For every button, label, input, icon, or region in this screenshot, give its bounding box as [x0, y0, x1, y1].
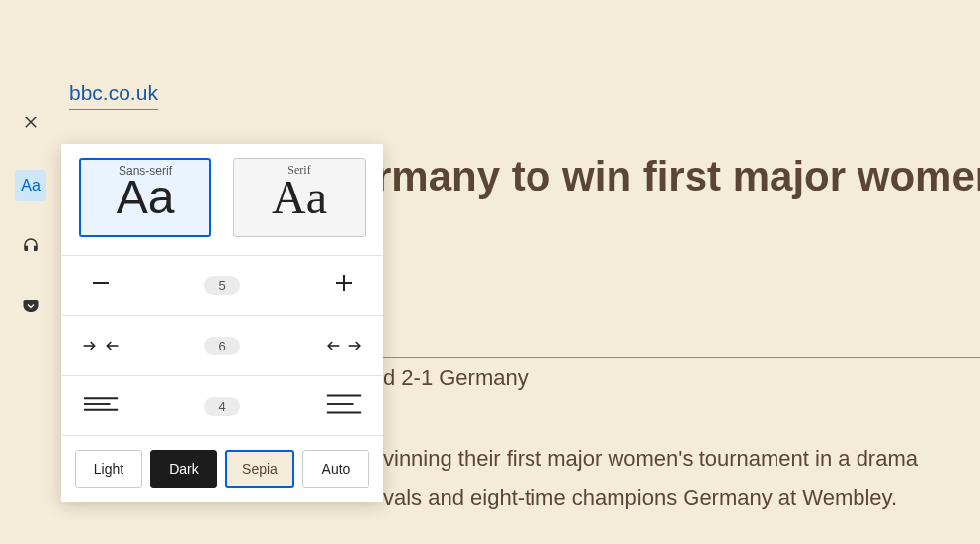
content-width-value: 6	[204, 337, 239, 355]
divider	[383, 357, 980, 358]
article-body: vinning their first major women's tourna…	[383, 440, 918, 516]
font-sample: Aa	[272, 174, 327, 221]
font-family-row: Sans-serif Aa Serif Aa	[61, 144, 383, 256]
line-height-row: 4	[61, 376, 383, 436]
tight-line-height-icon	[82, 392, 120, 420]
type-controls-button[interactable]: Aa	[15, 170, 46, 201]
reader-toolbar: Aa	[15, 109, 46, 324]
line-height-value: 4	[204, 397, 239, 416]
pocket-icon	[22, 297, 40, 319]
font-sample: Aa	[117, 174, 175, 221]
widen-width-icon	[325, 334, 363, 357]
increase-line-height-button[interactable]	[322, 388, 366, 424]
site-domain-link[interactable]: bbc.co.uk	[69, 81, 158, 110]
theme-light-button[interactable]: Light	[75, 450, 142, 488]
close-icon	[22, 114, 40, 135]
plus-icon	[325, 272, 363, 299]
decrease-width-button[interactable]	[79, 328, 122, 363]
font-serif-option[interactable]: Serif Aa	[233, 158, 366, 237]
loose-line-height-icon	[325, 392, 363, 420]
font-sans-serif-option[interactable]: Sans-serif Aa	[79, 158, 211, 237]
headphones-icon	[22, 236, 40, 258]
body-line-1: vinning their first major women's tourna…	[383, 440, 918, 479]
font-size-value: 5	[204, 276, 239, 295]
decrease-font-size-button[interactable]	[79, 268, 122, 303]
font-size-row: 5	[61, 256, 383, 316]
increase-font-size-button[interactable]	[322, 268, 366, 303]
article-title: rmany to win first major women'	[375, 153, 980, 200]
narrate-button[interactable]	[15, 231, 46, 263]
content-width-row: 6	[61, 316, 383, 376]
theme-dark-button[interactable]: Dark	[150, 450, 217, 488]
minus-icon	[82, 272, 120, 299]
theme-auto-button[interactable]: Auto	[302, 450, 369, 488]
aa-icon: Aa	[21, 177, 41, 194]
close-button[interactable]	[15, 109, 46, 140]
decrease-line-height-button[interactable]	[79, 388, 122, 424]
body-line-2: vals and eight-time champions Germany at…	[383, 479, 918, 517]
increase-width-button[interactable]	[322, 328, 366, 363]
score-line: d 2-1 Germany	[383, 365, 529, 391]
save-pocket-button[interactable]	[15, 292, 46, 324]
narrow-width-icon	[82, 334, 120, 357]
type-controls-panel: Sans-serif Aa Serif Aa 5	[61, 144, 383, 502]
theme-row: Light Dark Sepia Auto	[61, 436, 383, 502]
theme-sepia-button[interactable]: Sepia	[225, 450, 294, 488]
